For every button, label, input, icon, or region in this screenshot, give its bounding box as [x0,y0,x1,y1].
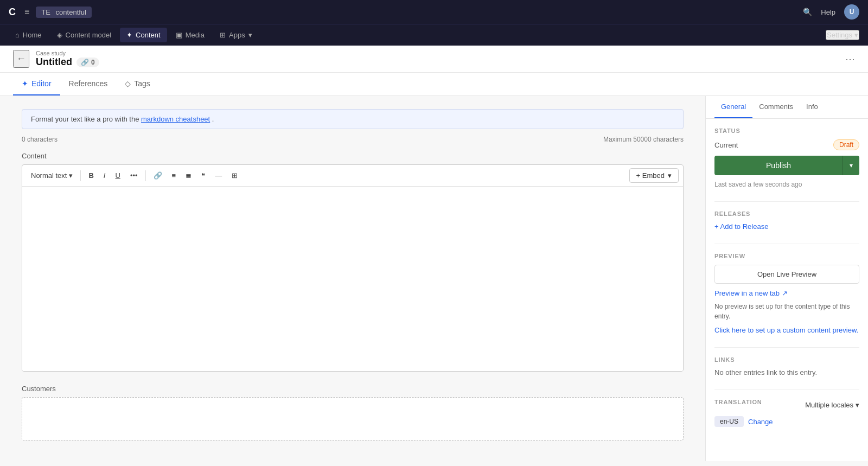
content-model-icon: ◈ [57,31,62,39]
sidebar-tab-info[interactable]: Info [800,96,825,118]
nav-item-apps-label: Apps [229,31,245,39]
page-header-right: ⋯ [845,53,855,65]
underline-button[interactable]: U [111,169,124,182]
link-icon: 🔗 [81,59,89,66]
editor-body[interactable] [22,187,683,371]
preview-new-tab-label: Preview in a new tab [714,289,780,297]
tab-editor[interactable]: ✦ Editor [13,73,60,95]
settings-button[interactable]: Settings ▾ [826,30,859,40]
nav-item-home-label: Home [23,31,42,39]
translation-header-row: TRANSLATION Multiple locales ▾ [714,399,859,411]
content-editor: Normal text ▾ B I U ••• [22,164,684,372]
main-layout: Format your text like a pro with the mar… [0,96,868,461]
bold-button[interactable]: B [84,169,98,182]
logo: C [9,7,16,18]
home-icon: ⌂ [15,31,20,39]
normal-text-dropdown[interactable]: Normal text ▾ [27,169,77,182]
help-link[interactable]: Help [821,8,835,16]
markdown-hint-end: . [212,115,214,123]
status-badge: Draft [833,139,859,150]
ordered-list-icon: ≣ [186,171,192,180]
quote-button[interactable]: ❝ [197,169,209,182]
divider-1 [714,201,859,202]
customers-field[interactable] [22,397,684,441]
preview-new-tab-link[interactable]: Preview in a new tab ↗ [714,289,859,297]
last-saved-text: Last saved a few seconds ago [714,181,859,188]
nav-item-apps[interactable]: ⊞ Apps ▾ [213,28,259,42]
bullet-list-button[interactable]: ≡ [168,169,181,182]
nav-item-content-model[interactable]: ◈ Content model [50,28,118,42]
content-icon: ✦ [126,31,132,39]
tab-tags[interactable]: ◇ Tags [116,73,159,95]
more-options-button[interactable]: ⋯ [845,54,855,65]
hr-button[interactable]: — [210,169,226,182]
hamburger-icon[interactable]: ≡ [24,7,29,17]
markdown-cheatsheet-link[interactable]: markdown cheatsheet [141,115,210,123]
editor-icon: ✦ [22,79,28,88]
add-to-release-button[interactable]: + Add to Release [714,222,768,231]
change-locale-link[interactable]: Change [748,418,773,426]
table-button[interactable]: ⊞ [227,169,242,182]
avatar[interactable]: U [844,4,859,20]
workspace-initials: TE [41,8,50,16]
normal-text-chevron: ▾ [69,171,73,180]
more-formatting-button[interactable]: ••• [126,169,142,182]
publish-btn-group: Publish ▾ [714,156,859,175]
toolbar-separator-2 [145,170,146,181]
secondary-nav: ⌂ Home ◈ Content model ✦ Content ▣ Media… [0,24,868,46]
releases-section: RELEASES + Add to Release [714,210,859,231]
sidebar-content: STATUS Current Draft Publish ▾ Last save… [706,119,868,449]
customers-field-section: Customers [22,385,684,441]
status-section-label: STATUS [714,127,859,134]
preview-setup-link[interactable]: Click here to set up a custom content pr… [714,326,858,334]
toolbar-separator-1 [80,170,81,181]
customers-field-label: Customers [22,385,684,393]
back-button[interactable]: ← [13,50,29,68]
settings-dropdown-icon: ▾ [854,31,858,39]
editor-area: Format your text like a pro with the mar… [0,96,705,461]
open-live-preview-button[interactable]: Open Live Preview [714,265,859,284]
workspace-name: contentful [56,8,86,16]
links-section-label: LINKS [714,356,859,363]
search-icon[interactable]: 🔍 [803,8,812,16]
embed-dropdown-icon: ▾ [668,171,672,180]
settings-area: Settings ▾ [826,30,859,40]
no-links-text: No other entries link to this entry. [714,368,859,376]
sidebar-tab-comments-label: Comments [759,103,793,111]
sidebar-tab-general[interactable]: General [714,96,752,118]
italic-button[interactable]: I [99,169,110,182]
tab-references[interactable]: References [60,73,117,95]
embed-button[interactable]: + Embed ▾ [629,168,679,183]
releases-section-label: RELEASES [714,210,859,217]
nav-item-home[interactable]: ⌂ Home [9,28,48,42]
underline-icon: U [115,171,120,180]
divider-3 [714,347,859,348]
ordered-list-button[interactable]: ≣ [181,169,196,182]
nav-item-media[interactable]: ▣ Media [169,28,211,42]
italic-icon: I [104,171,106,180]
link-count: 0 [91,59,95,66]
sidebar-tabs: General Comments Info [706,96,868,119]
normal-text-label: Normal text [31,171,67,180]
sidebar-tab-comments[interactable]: Comments [752,96,800,118]
nav-item-content[interactable]: ✦ Content [120,28,167,42]
divider-2 [714,244,859,244]
settings-label: Settings [827,31,852,39]
locale-badges: en-US Change [714,416,859,427]
publish-button[interactable]: Publish [714,156,843,175]
publish-dropdown-button[interactable]: ▾ [843,156,859,175]
content-field-section: Content Normal text ▾ B I U [22,152,684,372]
divider-4 [714,390,859,390]
top-nav: C ≡ TE contentful 🔍 Help U [0,0,868,24]
tabs-bar: ✦ Editor References ◇ Tags [0,73,868,96]
workspace-badge[interactable]: TE contentful [36,7,92,18]
link-icon: 🔗 [154,171,162,180]
right-sidebar: General Comments Info STATUS Current Dra… [705,96,868,461]
char-count-bar: 0 characters Maximum 50000 characters [22,136,684,143]
sidebar-tab-info-label: Info [806,103,818,111]
status-row: Current Draft [714,139,859,150]
multiple-locales-select[interactable]: Multiple locales ▾ [805,401,859,409]
translation-section: TRANSLATION Multiple locales ▾ en-US Cha… [714,399,859,427]
embed-label: + Embed [636,171,665,180]
link-button[interactable]: 🔗 [149,169,167,182]
